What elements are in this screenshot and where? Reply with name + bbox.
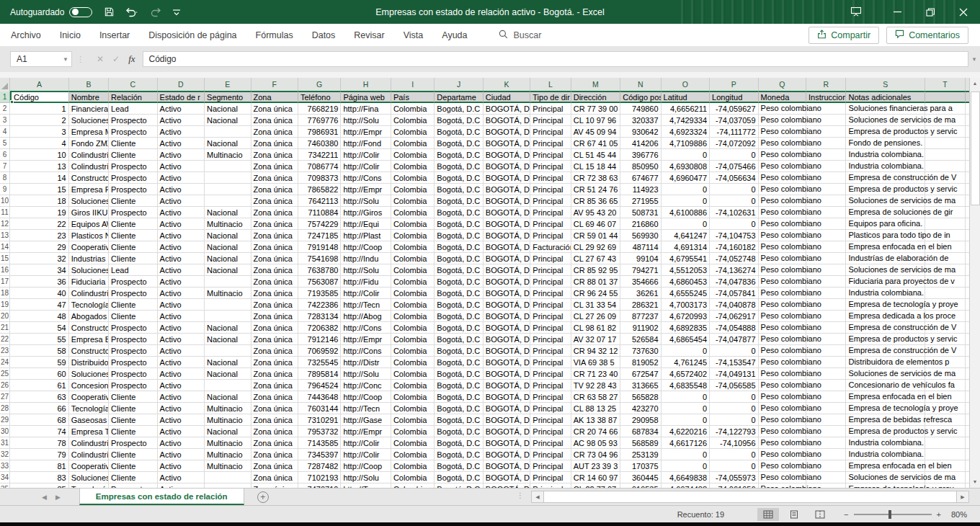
quick-access-customize-icon[interactable]: [172, 8, 181, 17]
cell[interactable]: CR 88 01 37: [571, 276, 621, 287]
cell[interactable]: CR 14 60 97: [571, 472, 621, 483]
cell[interactable]: http://Solu: [341, 264, 391, 276]
cell[interactable]: Peso colombiano: [759, 218, 806, 230]
cell[interactable]: Cliente: [109, 414, 157, 426]
cell[interactable]: 66: [10, 403, 69, 414]
formula-input[interactable]: Código: [143, 51, 968, 67]
cell[interactable]: 508731: [620, 207, 661, 218]
cell[interactable]: Principal: [530, 218, 571, 230]
row-header-33[interactable]: 33: [0, 460, 10, 472]
cell[interactable]: Prospecto: [109, 380, 157, 391]
cell[interactable]: Prospecto: [109, 345, 157, 357]
cell[interactable]: Peso colombiano: [759, 230, 806, 241]
cell[interactable]: Principal: [530, 230, 571, 241]
column-header-I[interactable]: I: [391, 78, 435, 91]
cell[interactable]: Peso colombiano: [759, 391, 806, 403]
cell[interactable]: http://Gase: [341, 414, 391, 426]
sheet-nav-next-icon[interactable]: ▶: [55, 494, 61, 501]
cell[interactable]: Nacional: [205, 264, 251, 276]
cell[interactable]: 7325545: [298, 357, 341, 368]
cell[interactable]: Bogotá, D.C: [435, 207, 483, 218]
cell[interactable]: Bogotá, D.C: [435, 322, 483, 334]
cell[interactable]: 7143585: [298, 437, 341, 449]
row-header-7[interactable]: 7: [0, 161, 10, 172]
cell[interactable]: Principal: [530, 357, 571, 368]
formula-bar-expand-icon[interactable]: ▾: [968, 55, 980, 63]
cell[interactable]: Colindustri: [69, 149, 109, 161]
cell[interactable]: Colombia: [391, 287, 435, 299]
cell[interactable]: Nacional: [205, 426, 251, 437]
row-header-9[interactable]: 9: [0, 184, 10, 195]
cell[interactable]: Peso colombiano: [759, 299, 806, 311]
cell[interactable]: Peso colombiano: [759, 161, 806, 172]
cell[interactable]: Empresa de construcción de V: [846, 345, 925, 357]
cell[interactable]: 7603144: [298, 403, 341, 414]
cell[interactable]: Empresa de tecnología y proye: [846, 299, 925, 311]
cell[interactable]: BOGOTÁ, D.: [484, 380, 530, 391]
cell[interactable]: 7443648: [298, 391, 341, 403]
cell[interactable]: Empresa de construcción de V: [846, 172, 925, 184]
cell[interactable]: Principal: [530, 403, 571, 414]
cell[interactable]: Multinacio: [205, 449, 251, 460]
header-cell[interactable]: Tipo de dir: [530, 91, 571, 103]
cell[interactable]: http://Solu: [341, 368, 391, 380]
autosave-control[interactable]: Autoguardado: [10, 7, 92, 17]
normal-view-icon[interactable]: [757, 508, 779, 521]
cell[interactable]: 7953732: [298, 426, 341, 437]
cell[interactable]: 0: [662, 460, 710, 472]
cell[interactable]: Principal: [530, 449, 571, 460]
cell[interactable]: Colindustri: [69, 437, 109, 449]
cell[interactable]: 749860: [620, 103, 661, 115]
cell[interactable]: Cliente: [109, 253, 157, 264]
cell[interactable]: Bogotá, D.C: [435, 138, 483, 149]
autosave-toggle[interactable]: [69, 7, 92, 17]
cell[interactable]: Zona única: [251, 149, 298, 161]
cell[interactable]: [205, 161, 251, 172]
header-cell[interactable]: Instruccion: [806, 91, 846, 103]
column-header-K[interactable]: K: [484, 78, 530, 91]
cell[interactable]: Prospecto: [109, 287, 157, 299]
cell[interactable]: http://Distr: [341, 357, 391, 368]
cell[interactable]: 1: [10, 103, 69, 115]
horizontal-scrollbar-thumb[interactable]: [543, 491, 957, 502]
header-cell[interactable]: Relación: [109, 91, 157, 103]
cell[interactable]: Soluciones financieras para a: [846, 103, 925, 115]
cell[interactable]: Peso colombiano: [759, 276, 806, 287]
cell[interactable]: BOGOTÁ, D.: [484, 299, 530, 311]
cell[interactable]: Bogotá, D.C: [435, 149, 483, 161]
cell[interactable]: Colombia: [391, 414, 435, 426]
cell[interactable]: CR 67 41 05: [571, 138, 621, 149]
cell[interactable]: -74,052748: [710, 253, 758, 264]
cell[interactable]: http://Plast: [341, 230, 391, 241]
cell[interactable]: Nacional: [205, 334, 251, 345]
cell[interactable]: [205, 380, 251, 391]
header-cell[interactable]: Página web: [341, 91, 391, 103]
cell[interactable]: 74: [10, 426, 69, 437]
row-header-29[interactable]: 29: [0, 414, 10, 426]
row-header-4[interactable]: 4: [0, 126, 10, 138]
cell[interactable]: Principal: [530, 322, 571, 334]
cell[interactable]: 7069592: [298, 345, 341, 357]
undo-icon[interactable]: [125, 7, 138, 17]
cell[interactable]: Activo: [158, 103, 205, 115]
cell[interactable]: Constructor: [69, 172, 109, 184]
cell[interactable]: Colombia: [391, 126, 435, 138]
cell[interactable]: Bogotá, D.C: [435, 414, 483, 426]
cell[interactable]: Nacional: [205, 253, 251, 264]
cell[interactable]: Nacional: [205, 230, 251, 241]
cell[interactable]: Zona única: [251, 172, 298, 184]
cell[interactable]: Zona única: [251, 299, 298, 311]
cell[interactable]: http://Fond: [341, 138, 391, 149]
cell[interactable]: Zona única: [251, 391, 298, 403]
cell[interactable]: CL 31 33 54: [571, 299, 621, 311]
active-cell-a1[interactable]: Código: [10, 91, 69, 103]
cell[interactable]: Principal: [530, 149, 571, 161]
cell[interactable]: http://Abog: [341, 311, 391, 322]
cell[interactable]: 79: [10, 449, 69, 460]
cell[interactable]: Equipos para oficina.: [846, 218, 925, 230]
row-header-1[interactable]: 1: [0, 91, 10, 103]
cell[interactable]: Distribuido: [69, 357, 109, 368]
cell[interactable]: Colombia: [391, 345, 435, 357]
cell[interactable]: Bogotá, D.C: [435, 403, 483, 414]
cell[interactable]: Cooperativa: [69, 241, 109, 253]
